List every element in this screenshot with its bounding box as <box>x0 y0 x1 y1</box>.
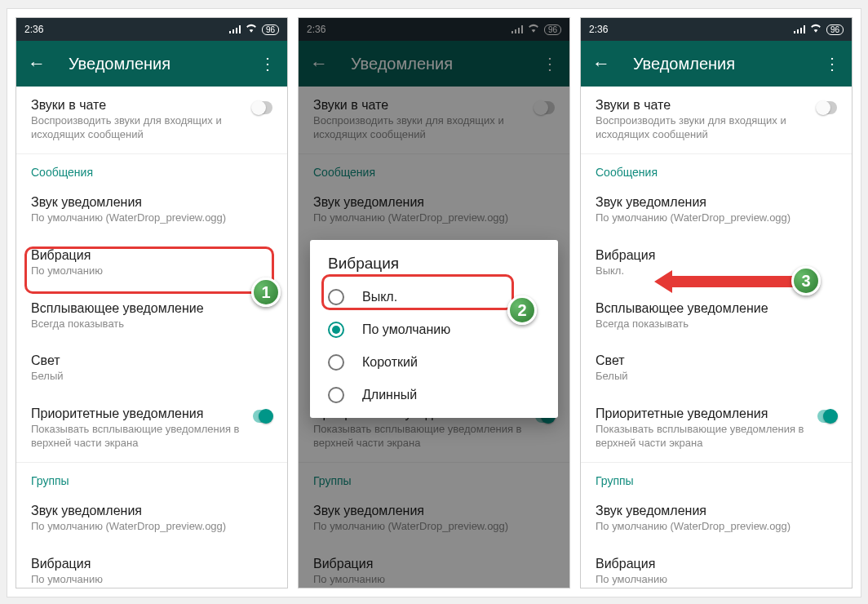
page-title: Уведомления <box>633 55 801 73</box>
popup-notification-row[interactable]: Всплывающее уведомление Всегда показыват… <box>581 290 852 343</box>
radio-short[interactable] <box>328 354 344 371</box>
battery-indicator: 96 <box>826 24 844 35</box>
light-row[interactable]: Свет Белый <box>16 342 287 395</box>
more-icon[interactable]: ⋮ <box>259 54 276 73</box>
wifi-icon <box>246 24 257 35</box>
chat-sounds-toggle[interactable] <box>252 101 272 114</box>
chat-sounds-title: Звуки в чате <box>31 98 252 113</box>
notification-sound-row[interactable]: Звук уведомления По умолчанию (WaterDrop… <box>581 184 852 237</box>
vibration-value-off: Выкл. <box>596 264 837 278</box>
priority-row[interactable]: Приоритетные уведомления Показывать вспл… <box>581 395 852 462</box>
app-bar: ← Уведомления ⋮ <box>581 41 852 87</box>
radio-off[interactable] <box>328 289 344 305</box>
group-sound-row[interactable]: Звук уведомления По умолчанию (WaterDrop… <box>581 492 852 545</box>
status-time: 2:36 <box>589 24 608 35</box>
option-short[interactable]: Короткий <box>310 346 558 379</box>
radio-default[interactable] <box>328 322 344 338</box>
chat-sounds-toggle[interactable] <box>817 101 837 114</box>
priority-row[interactable]: Приоритетные уведомления Показывать вспл… <box>16 395 287 462</box>
dialog-title: Вибрация <box>310 255 558 281</box>
section-messages: Сообщения <box>581 154 852 184</box>
settings-list: Звуки в чате Воспроизводить звуки для вх… <box>581 87 852 588</box>
section-groups: Группы <box>16 463 287 492</box>
wifi-icon <box>810 24 822 35</box>
more-icon[interactable]: ⋮ <box>824 54 840 73</box>
signal-icon <box>229 25 241 33</box>
screen-1: 2:36 96 ← Уведомления ⋮ Звуки в чате Вос… <box>16 17 288 588</box>
priority-toggle[interactable] <box>817 410 837 423</box>
back-icon[interactable]: ← <box>28 53 46 74</box>
battery-indicator: 96 <box>262 24 279 35</box>
status-bar: 2:36 96 <box>16 18 287 41</box>
page-title: Уведомления <box>69 55 237 73</box>
chat-sounds-row[interactable]: Звуки в чате Воспроизводить звуки для вх… <box>581 87 852 153</box>
priority-toggle[interactable] <box>253 410 272 423</box>
screen-2: 2:36 96 ← Уведомления ⋮ Звуки в чате Вос… <box>298 17 570 588</box>
option-default[interactable]: По умолчанию <box>310 313 558 346</box>
signal-icon <box>794 25 805 33</box>
chat-sounds-desc: Воспроизводить звуки для входящих и исхо… <box>31 114 252 142</box>
status-time: 2:36 <box>24 24 43 35</box>
vibration-row[interactable]: Вибрация Выкл. <box>581 237 852 290</box>
status-bar: 2:36 96 <box>581 18 852 41</box>
group-vibration-row[interactable]: Вибрация По умолчанию <box>16 545 287 588</box>
settings-list: Звуки в чате Воспроизводить звуки для вх… <box>16 87 287 588</box>
option-long[interactable]: Длинный <box>310 379 558 411</box>
vibration-row[interactable]: Вибрация По умолчанию <box>16 237 287 290</box>
screen-3: 2:36 96 ← Уведомления ⋮ Звуки в чате Вос… <box>580 17 852 588</box>
app-bar: ← Уведомления ⋮ <box>16 41 287 87</box>
vibration-dialog: Вибрация Выкл. По умолчанию Короткий Дли… <box>310 240 558 418</box>
group-sound-row[interactable]: Звук уведомления По умолчанию (WaterDrop… <box>16 492 287 545</box>
tutorial-triptych: 2:36 96 ← Уведомления ⋮ Звуки в чате Вос… <box>7 8 861 597</box>
group-vibration-row[interactable]: Вибрация По умолчанию <box>581 545 852 588</box>
popup-notification-row[interactable]: Всплывающее уведомление Всегда показыват… <box>16 290 287 343</box>
back-icon[interactable]: ← <box>592 53 610 74</box>
light-row[interactable]: Свет Белый <box>581 342 852 395</box>
notification-sound-row[interactable]: Звук уведомления По умолчанию (WaterDrop… <box>16 184 287 237</box>
option-off[interactable]: Выкл. <box>310 281 558 313</box>
section-groups: Группы <box>581 463 852 492</box>
chat-sounds-row[interactable]: Звуки в чате Воспроизводить звуки для вх… <box>16 87 287 153</box>
radio-long[interactable] <box>328 387 344 403</box>
section-messages: Сообщения <box>16 154 287 184</box>
